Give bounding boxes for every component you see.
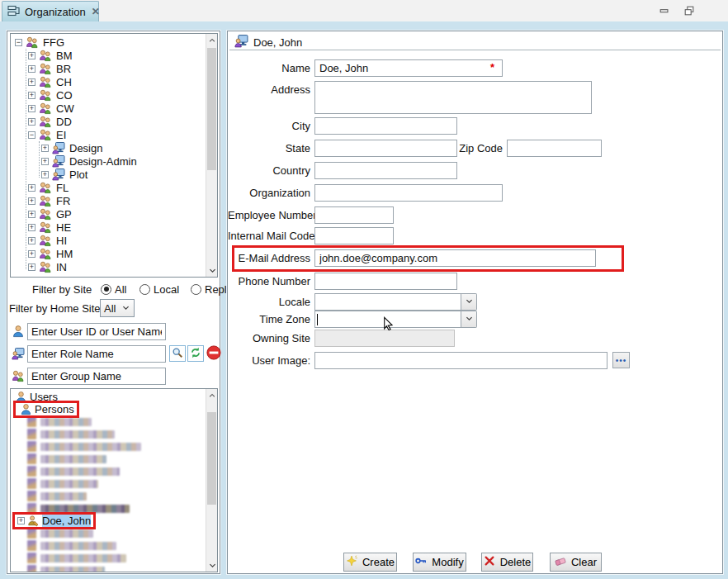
list-item-persons[interactable]: Persons xyxy=(11,403,205,415)
tree-item-co[interactable]: +CO xyxy=(11,88,205,102)
list-item-redacted[interactable] xyxy=(11,453,205,465)
role-search-input[interactable] xyxy=(27,345,166,363)
group-search-input[interactable] xyxy=(27,368,166,385)
user-search-input[interactable] xyxy=(27,323,166,340)
radio-icon[interactable] xyxy=(139,284,150,295)
scroll-up-icon[interactable] xyxy=(206,34,218,46)
tree-item-hi[interactable]: +HI xyxy=(11,234,205,247)
expand-icon[interactable]: + xyxy=(28,250,35,258)
minimize-icon[interactable] xyxy=(659,5,670,17)
country-field[interactable] xyxy=(314,162,457,179)
city-field[interactable] xyxy=(314,117,457,135)
expand-icon[interactable]: + xyxy=(28,184,35,192)
tree-item-design-admin[interactable]: +Design-Admin xyxy=(11,154,205,168)
radio-local[interactable]: Local xyxy=(139,283,179,296)
employee-number-field[interactable] xyxy=(314,206,394,224)
group-icon xyxy=(39,88,52,102)
radio-selected-icon[interactable] xyxy=(101,284,111,295)
organization-field[interactable] xyxy=(314,184,503,202)
radio-repl[interactable]: Repl xyxy=(191,283,227,296)
list-item-redacted[interactable] xyxy=(11,490,205,502)
list-item-redacted[interactable] xyxy=(11,477,205,490)
tree-item-ch[interactable]: +CH xyxy=(11,75,205,88)
expand-icon[interactable]: + xyxy=(28,197,35,205)
expand-icon[interactable]: + xyxy=(28,52,35,59)
refresh-button[interactable] xyxy=(187,345,204,362)
expand-icon[interactable]: + xyxy=(41,145,49,152)
tree-item-fl[interactable]: +FL xyxy=(11,181,205,194)
browse-image-button[interactable]: ••• xyxy=(612,352,630,368)
expand-icon[interactable]: + xyxy=(28,224,35,231)
tree-indent xyxy=(11,227,28,228)
tree-item-gp[interactable]: +GP xyxy=(11,207,205,221)
expand-icon[interactable]: + xyxy=(28,237,35,244)
collapse-icon[interactable]: − xyxy=(15,39,22,46)
tree-item-hm[interactable]: +HM xyxy=(11,247,205,260)
internal-mail-code-field[interactable] xyxy=(314,227,394,244)
address-field[interactable] xyxy=(314,81,592,114)
close-icon[interactable]: ✕ xyxy=(92,6,100,17)
home-site-dropdown[interactable]: All xyxy=(100,299,135,317)
tree-item-plot[interactable]: +Plot xyxy=(11,168,205,181)
list-item-redacted[interactable] xyxy=(11,465,205,477)
annotation-box: +Doe, John xyxy=(12,512,96,529)
expand-icon[interactable]: + xyxy=(28,65,35,73)
list-indent xyxy=(11,446,26,447)
restore-icon[interactable] xyxy=(683,5,695,17)
time-zone-dropdown-button[interactable] xyxy=(461,311,477,328)
expand-icon[interactable]: + xyxy=(28,118,35,126)
scroll-up-icon[interactable] xyxy=(206,389,218,401)
list-item-doe-john[interactable]: +Doe, John xyxy=(11,515,205,527)
expand-icon[interactable]: + xyxy=(41,171,49,178)
expand-icon[interactable]: + xyxy=(28,211,35,218)
tree-item-ei[interactable]: −EI xyxy=(11,128,205,141)
tree-item-cw[interactable]: +CW xyxy=(11,102,205,115)
expand-icon[interactable]: + xyxy=(41,158,49,165)
expand-icon[interactable]: + xyxy=(28,92,35,99)
tree-item-design[interactable]: +Design xyxy=(11,141,205,154)
collapse-icon[interactable]: − xyxy=(28,131,35,139)
scroll-down-icon[interactable] xyxy=(206,264,218,277)
radio-all[interactable]: All xyxy=(101,283,126,296)
scrollbar-thumb[interactable] xyxy=(207,412,216,505)
tree-item-label: IN xyxy=(54,261,69,273)
list-item-redacted[interactable] xyxy=(11,539,205,552)
tab-organization[interactable]: Organization ✕ xyxy=(2,1,99,21)
name-field[interactable] xyxy=(314,59,503,77)
clear-button[interactable]: Clear xyxy=(550,553,602,572)
expand-icon[interactable]: + xyxy=(28,78,35,86)
tree-scrollbar[interactable] xyxy=(206,34,217,277)
create-button[interactable]: Create xyxy=(343,553,397,572)
tree-item-br[interactable]: +BR xyxy=(11,62,205,75)
stop-button[interactable] xyxy=(206,345,222,362)
group-icon xyxy=(39,221,52,234)
tree-item-dd[interactable]: +DD xyxy=(11,115,205,128)
list-item-redacted[interactable] xyxy=(11,440,205,453)
delete-button[interactable]: Delete xyxy=(481,553,533,572)
locale-dropdown-button[interactable] xyxy=(461,293,477,311)
phone-number-field[interactable] xyxy=(314,273,457,290)
list-item-redacted[interactable] xyxy=(11,552,205,564)
list-scrollbar[interactable] xyxy=(206,389,217,572)
person-detail-panel: Doe, John Name * Address City State Zip … xyxy=(227,31,723,574)
tree-item-in[interactable]: +IN xyxy=(11,260,205,273)
tree-item-ffg[interactable]: −FFG xyxy=(11,36,205,49)
radio-icon[interactable] xyxy=(191,284,201,295)
scroll-down-icon[interactable] xyxy=(206,559,218,572)
expand-icon[interactable]: + xyxy=(17,517,25,524)
tree-item-fr[interactable]: +FR xyxy=(11,194,205,207)
list-item-redacted[interactable] xyxy=(11,428,205,440)
email-field[interactable] xyxy=(314,249,596,267)
modify-button[interactable]: Modify xyxy=(413,553,466,572)
zip-code-field[interactable] xyxy=(507,140,602,157)
scrollbar-thumb[interactable] xyxy=(207,48,216,170)
expand-icon[interactable]: + xyxy=(28,263,35,271)
locale-field[interactable] xyxy=(314,293,461,311)
user-image-field[interactable] xyxy=(314,352,607,369)
tree-item-he[interactable]: +HE xyxy=(11,221,205,234)
list-item-redacted[interactable] xyxy=(11,564,205,572)
redacted-person-icon xyxy=(27,453,36,464)
tree-item-bm[interactable]: +BM xyxy=(11,49,205,62)
expand-icon[interactable]: + xyxy=(28,105,35,112)
search-button[interactable] xyxy=(169,345,186,362)
